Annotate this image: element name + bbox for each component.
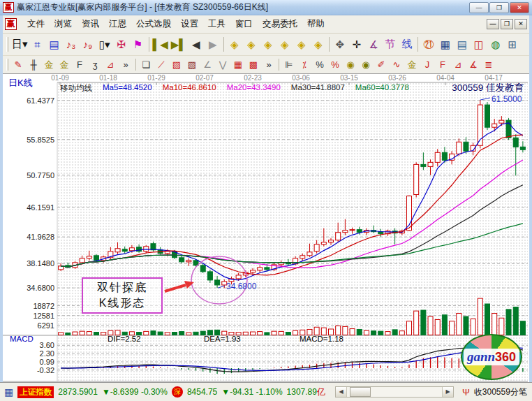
menu-江恩[interactable]: 江恩 [104, 16, 131, 32]
menu-资讯[interactable]: 资讯 [77, 16, 104, 32]
gann-nav-left-button[interactable]: ◈ [226, 36, 243, 54]
crosshair-tool-button[interactable]: ✛ [348, 36, 365, 54]
scrollbar-track[interactable] [347, 387, 442, 397]
gold-section-1-button[interactable]: 金 [41, 57, 57, 72]
more-basic-button[interactable]: » [118, 57, 133, 72]
mdi-close-button[interactable]: ✕ [515, 19, 527, 29]
four-lines-button[interactable]: ≣ [481, 57, 496, 72]
save-disk-button[interactable]: ◫ [471, 36, 487, 54]
menu-公式选股[interactable]: 公式选股 [131, 16, 176, 32]
kline-chart-area[interactable]: 日K线 01-0901-1801-2902-0702-2303-0603-150… [3, 74, 529, 382]
ray-fan-button[interactable]: ⟋ [154, 57, 169, 72]
percent-levels-button[interactable]: % [327, 57, 343, 72]
percent-button[interactable]: % [312, 57, 327, 72]
goto-first-button[interactable]: ▌◀ [152, 36, 170, 54]
mdi-minimize-button[interactable]: — [487, 19, 499, 29]
volume-axis-label: 18872 [3, 302, 54, 310]
period-day-dropdown-button[interactable]: 日▾ [10, 36, 29, 54]
close-button[interactable]: ✕ [510, 2, 529, 13]
chart-pattern-button[interactable]: ⌗ [29, 36, 46, 54]
sz-index-icon[interactable]: 深 [172, 386, 183, 398]
calculator-button[interactable]: ▦ [437, 36, 454, 54]
bars-9-button[interactable]: ♪₉ [80, 36, 96, 54]
price-grid-2-button[interactable]: ▩ [246, 57, 261, 72]
gann-nav-right-button[interactable]: ◈ [243, 36, 260, 54]
gann-node-button[interactable]: 节 [382, 36, 399, 54]
bars-3-button[interactable]: ♪₃ [63, 36, 80, 54]
horizontal-scrollbar[interactable]: ◀ ▶ [335, 386, 454, 398]
more-draw-button[interactable]: » [261, 57, 276, 72]
calendar-21-button[interactable]: ㉑ [420, 36, 437, 54]
tick-feed-text[interactable]: 收300559分笔 [474, 386, 527, 398]
window-frame-left [0, 15, 3, 401]
menu-浏览[interactable]: 浏览 [50, 16, 77, 32]
annotation-pattern-box[interactable]: 双针探底 K线形态 [82, 277, 163, 314]
gann-angles-button[interactable]: ∡ [466, 57, 481, 72]
price-grid-1-button[interactable]: ▦ [230, 57, 246, 72]
menu-交易委托[interactable]: 交易委托 [258, 16, 302, 32]
next-bar-button[interactable]: ▶ [205, 36, 221, 54]
gann-nav-center-button[interactable]: ◈ [260, 36, 276, 54]
f-angle-button[interactable]: F [435, 57, 450, 72]
prev-bar-button[interactable]: ◀ [188, 36, 205, 54]
side-histogram-button[interactable]: ⊫ [281, 57, 297, 72]
pattern-search-button[interactable]: ✠ [113, 36, 130, 54]
percent-retrace-button[interactable]: ⁒ [297, 57, 312, 72]
notepad-button[interactable]: ▤ [454, 36, 471, 54]
scroll-right-button[interactable]: ▶ [442, 387, 453, 397]
speed-lines-button[interactable]: ⊿ [450, 57, 466, 72]
info-panel-button[interactable]: ▤ [46, 36, 63, 54]
measure-ruler-button[interactable]: ⊿ [103, 57, 118, 72]
gann-grid-button[interactable]: ╫ [26, 57, 41, 72]
angle-tool-button[interactable]: ∡ [365, 36, 382, 54]
fibonacci-f-button[interactable]: F [72, 57, 87, 72]
maximize-button[interactable]: ❐ [489, 2, 509, 13]
rect-frame-button[interactable]: ❏ [138, 57, 154, 72]
sh-index-change: ▼-8.6399 -0.30% [102, 387, 168, 397]
menu-文件[interactable]: 文件 [22, 16, 50, 32]
mdi-restore-button[interactable]: ❐ [501, 19, 513, 29]
gold-circle-2-button[interactable]: ◉ [358, 57, 374, 72]
candle-style-dropdown-button[interactable]: ▯▾ [96, 36, 113, 54]
menu-窗口[interactable]: 窗口 [230, 16, 258, 32]
fan-box-2-button[interactable]: ▧ [184, 57, 200, 72]
v-wave-button[interactable]: ⋁ [215, 57, 230, 72]
gold-circle-1-button[interactable]: ◉ [343, 57, 358, 72]
wave-band-button[interactable]: ∿ [389, 57, 404, 72]
price-axis-label: 46.1591 [3, 203, 54, 212]
macd-legend: MACD DIF=2.52 DEA=1.93 MACD=1.18 [3, 335, 529, 344]
minimize-button[interactable]: — [469, 2, 489, 13]
quote-table-icon[interactable]: ▦ [4, 386, 13, 398]
sh-index-badge[interactable]: 上证指数 [17, 386, 54, 398]
spiral-button[interactable]: ʒ [87, 57, 103, 72]
paint-brush-button[interactable]: ✎ [10, 57, 26, 72]
color-flag-button[interactable]: ⚑ [130, 36, 147, 54]
fan-box-1-button[interactable]: ▨ [169, 57, 184, 72]
toolbar-grip[interactable] [6, 59, 8, 71]
title-bar[interactable]: 赢 赢家江恩专业版[赢家内部服务平台] - [佳发教育 SZ300559-66日… [0, 0, 532, 15]
menu-工具[interactable]: 工具 [203, 16, 230, 32]
scrollbar-thumb[interactable] [350, 387, 371, 397]
arrow-brush-button[interactable]: ✐ [374, 57, 389, 72]
gold-angle-button[interactable]: 金 [404, 57, 420, 72]
gann-nav-down-button[interactable]: ◈ [310, 36, 327, 54]
menu-帮助[interactable]: 帮助 [302, 16, 330, 32]
hand-tool-button[interactable]: ✥ [332, 36, 348, 54]
gann-nav-all-button[interactable]: ◈ [276, 36, 293, 54]
date-tick-label: 01-18 [99, 74, 117, 82]
web-globe-button[interactable]: ◍ [487, 36, 504, 54]
menu-设置[interactable]: 设置 [176, 16, 203, 32]
gann-lines-button[interactable]: 线 [399, 36, 415, 54]
trend-angle-button[interactable]: ∠ [200, 57, 215, 72]
j-angle-button[interactable]: J [420, 57, 435, 72]
gann-nav-up-button[interactable]: ◈ [293, 36, 310, 54]
toolbar-separator [418, 37, 418, 52]
app-window: 赢 赢家江恩专业版[赢家内部服务平台] - [佳发教育 SZ300559-66日… [0, 0, 532, 401]
scroll-left-button[interactable]: ◀ [336, 387, 347, 397]
data-transfer-button[interactable]: ⊞ [504, 36, 521, 54]
ma-legend-item: Ma20=43.3490 [227, 83, 281, 94]
goto-last-button[interactable]: ▶▌ [170, 36, 188, 54]
toolbar-grip[interactable] [6, 37, 8, 52]
gold-section-2-button[interactable]: 金 [57, 57, 72, 72]
macd-axis-label: 2.30 [3, 349, 54, 358]
